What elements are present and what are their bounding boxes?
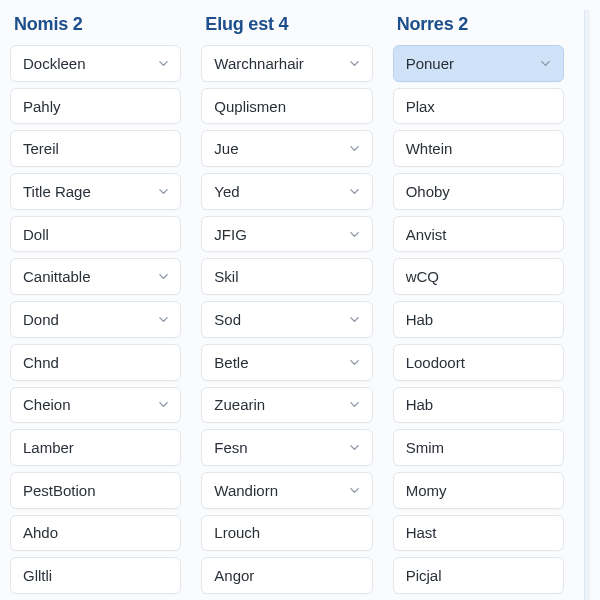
chevron-down-icon (348, 56, 362, 70)
card-item[interactable]: Jue (201, 130, 372, 167)
column-header: Elug est 4 (201, 10, 372, 45)
card-label: Smim (406, 439, 444, 456)
card-label: Tereil (23, 140, 59, 157)
chevron-down-icon (156, 312, 170, 326)
card-label: Jue (214, 140, 238, 157)
column-elug-est-4: Elug est 4 Warchnarhair Quplismen Jue Ye… (201, 10, 372, 600)
card-item[interactable]: Smim (393, 429, 564, 466)
card-label: Hast (406, 524, 437, 541)
card-item[interactable]: Skil (201, 258, 372, 295)
card-item[interactable]: Ahdo (10, 515, 181, 552)
card-label: Dond (23, 311, 59, 328)
card-label: Cheion (23, 396, 71, 413)
card-label: Plax (406, 98, 435, 115)
card-item[interactable]: Lamber (10, 429, 181, 466)
chevron-down-icon (348, 142, 362, 156)
card-label: Zuearin (214, 396, 265, 413)
card-label: Quplismen (214, 98, 286, 115)
card-item[interactable]: Quplismen (201, 88, 372, 125)
card-item[interactable]: Angor (201, 557, 372, 594)
chevron-down-icon (156, 398, 170, 412)
card-item[interactable]: Cheion (10, 387, 181, 424)
card-item[interactable]: Dockleen (10, 45, 181, 82)
column-header: Nomis 2 (10, 10, 181, 45)
card-label: Picjal (406, 567, 442, 584)
card-label: Glltli (23, 567, 52, 584)
card-label: Momy (406, 482, 447, 499)
card-item[interactable]: JFIG (201, 216, 372, 253)
card-item[interactable]: Plax (393, 88, 564, 125)
column-norres-2: Norres 2 Ponuer Plax Whtein Ohoby Anvist… (393, 10, 564, 600)
card-label: wCQ (406, 268, 439, 285)
card-label: Loodoort (406, 354, 465, 371)
card-item[interactable]: Hab (393, 301, 564, 338)
card-item[interactable]: Momy (393, 472, 564, 509)
card-item[interactable]: Fesn (201, 429, 372, 466)
card-label: Fesn (214, 439, 247, 456)
card-label: PestBotion (23, 482, 96, 499)
edge-hint (584, 10, 590, 600)
column-header: Norres 2 (393, 10, 564, 45)
card-label: Doll (23, 226, 49, 243)
chevron-down-icon (348, 441, 362, 455)
card-label: Betle (214, 354, 248, 371)
card-item[interactable]: Ponuer (393, 45, 564, 82)
card-item[interactable]: wCQ (393, 258, 564, 295)
card-item[interactable]: Tereil (10, 130, 181, 167)
chevron-down-icon (348, 312, 362, 326)
card-label: Lrouch (214, 524, 260, 541)
card-label: Angor (214, 567, 254, 584)
chevron-down-icon (348, 398, 362, 412)
card-label: Wandiorn (214, 482, 278, 499)
card-item[interactable]: Anvist (393, 216, 564, 253)
card-item[interactable]: Warchnarhair (201, 45, 372, 82)
card-label: JFIG (214, 226, 247, 243)
column-nomis-2: Nomis 2 Dockleen Pahly Tereil Title Rage… (10, 10, 181, 600)
card-label: Yed (214, 183, 239, 200)
board: Nomis 2 Dockleen Pahly Tereil Title Rage… (0, 0, 600, 600)
card-item[interactable]: PestBotion (10, 472, 181, 509)
card-label: Pahly (23, 98, 61, 115)
card-label: Whtein (406, 140, 453, 157)
card-label: Dockleen (23, 55, 86, 72)
card-item[interactable]: Hab (393, 387, 564, 424)
card-label: Canittable (23, 268, 91, 285)
chevron-down-icon (348, 184, 362, 198)
chevron-down-icon (348, 227, 362, 241)
card-item[interactable]: Ohoby (393, 173, 564, 210)
card-item[interactable]: Glltli (10, 557, 181, 594)
card-item[interactable]: Canittable (10, 258, 181, 295)
chevron-down-icon (348, 355, 362, 369)
card-label: Ohoby (406, 183, 450, 200)
card-item[interactable]: Hast (393, 515, 564, 552)
card-item[interactable]: Pahly (10, 88, 181, 125)
card-item[interactable]: Loodoort (393, 344, 564, 381)
card-item[interactable]: Lrouch (201, 515, 372, 552)
card-label: Chnd (23, 354, 59, 371)
card-label: Ahdo (23, 524, 58, 541)
card-item[interactable]: Title Rage (10, 173, 181, 210)
card-item[interactable]: Wandiorn (201, 472, 372, 509)
card-label: Ponuer (406, 55, 454, 72)
card-item[interactable]: Chnd (10, 344, 181, 381)
card-item[interactable]: Whtein (393, 130, 564, 167)
card-label: Hab (406, 311, 434, 328)
card-item[interactable]: Betle (201, 344, 372, 381)
card-label: Warchnarhair (214, 55, 303, 72)
card-label: Title Rage (23, 183, 91, 200)
card-item[interactable]: Yed (201, 173, 372, 210)
card-item[interactable]: Zuearin (201, 387, 372, 424)
chevron-down-icon (348, 483, 362, 497)
card-label: Anvist (406, 226, 447, 243)
chevron-down-icon (539, 56, 553, 70)
card-label: Skil (214, 268, 238, 285)
card-label: Hab (406, 396, 434, 413)
card-item[interactable]: Doll (10, 216, 181, 253)
card-item[interactable]: Sod (201, 301, 372, 338)
chevron-down-icon (156, 270, 170, 284)
card-label: Lamber (23, 439, 74, 456)
card-item[interactable]: Dond (10, 301, 181, 338)
chevron-down-icon (156, 56, 170, 70)
chevron-down-icon (156, 184, 170, 198)
card-item[interactable]: Picjal (393, 557, 564, 594)
